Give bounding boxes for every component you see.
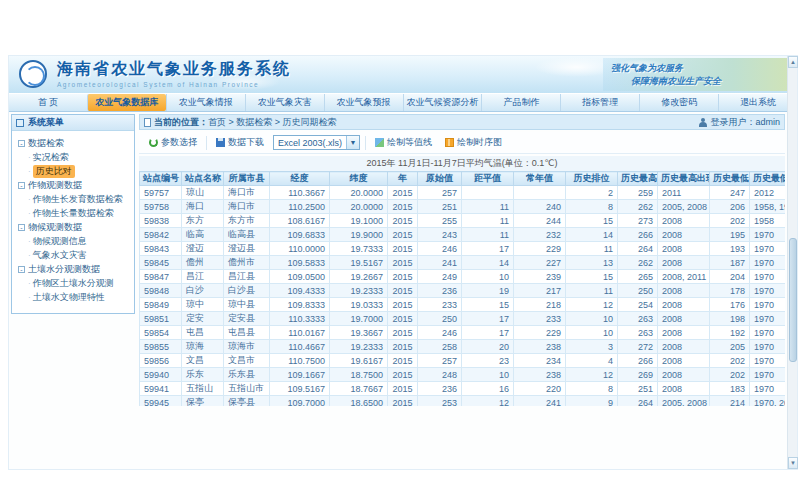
table-cell: 2008, 2011 bbox=[658, 270, 710, 284]
table-body: 59757琼山海口市110.366720.0000201525722592011… bbox=[140, 186, 786, 407]
table-row[interactable]: 59845儋州儋州市109.583319.5167201524114227132… bbox=[140, 256, 786, 270]
draw-timeseries-button[interactable]: 绘制时序图 bbox=[441, 134, 506, 151]
table-cell: 243 bbox=[418, 228, 462, 242]
breadcrumb: 当前的位置： 首页 > 数据检索 > 历史同期检索 登录用户：admin bbox=[139, 114, 785, 130]
table-cell: 110.7500 bbox=[270, 354, 330, 368]
tree-item-0-1[interactable]: ·历史比对 bbox=[28, 164, 132, 178]
table-cell: 2008 bbox=[658, 340, 710, 354]
table-cell: 109.5167 bbox=[270, 382, 330, 396]
sidebar-tree: -数据检索·实况检索·历史比对-作物观测数据·作物生长发育数据检索·作物生长量数… bbox=[12, 131, 134, 304]
scroll-down-icon[interactable]: ▼ bbox=[788, 457, 798, 469]
chevron-down-icon[interactable]: ▼ bbox=[346, 136, 359, 149]
table-cell: 1970 bbox=[750, 298, 786, 312]
table-row[interactable]: 59847昌江昌江县109.050019.2667201524910239152… bbox=[140, 270, 786, 284]
tree-group-3[interactable]: -土壤水分观测数据 bbox=[18, 262, 132, 276]
table-row[interactable]: 59757琼山海口市110.366720.0000201525722592011… bbox=[140, 186, 786, 200]
table-cell: 233 bbox=[514, 312, 566, 326]
draw-contour-label: 绘制等值线 bbox=[387, 136, 432, 149]
data-download-button[interactable]: 数据下载 bbox=[212, 134, 268, 151]
collapse-icon[interactable]: - bbox=[18, 140, 25, 147]
tree-group-0[interactable]: -数据检索 bbox=[18, 136, 132, 150]
tree-item-1-0[interactable]: ·作物生长发育数据检索 bbox=[28, 192, 132, 206]
table-row[interactable]: 59843澄迈澄迈县110.000019.7333201524617229112… bbox=[140, 242, 786, 256]
scroll-up-icon[interactable]: ▲ bbox=[788, 56, 798, 68]
app-logo-icon bbox=[19, 60, 47, 88]
table-cell: 187 bbox=[710, 256, 750, 270]
table-row[interactable]: 59855琼海琼海市110.466719.2333201525820238327… bbox=[140, 340, 786, 354]
table-cell: 昌江 bbox=[182, 270, 224, 284]
table-cell: 17 bbox=[462, 242, 514, 256]
nav-tab-4[interactable]: 农业气象预报 bbox=[324, 94, 403, 111]
table-cell: 264 bbox=[618, 242, 658, 256]
table-row[interactable]: 59941五指山五指山市109.516718.76672015236162208… bbox=[140, 382, 786, 396]
tree-item-1-1[interactable]: ·作物生长量数据检索 bbox=[28, 206, 132, 220]
table-row[interactable]: 59854屯昌屯昌县110.016719.3667201524617229102… bbox=[140, 326, 786, 340]
table-row[interactable]: 59838东方东方市108.616719.1000201525511244152… bbox=[140, 214, 786, 228]
tree-group-2[interactable]: -物候观测数据 bbox=[18, 220, 132, 234]
nav-tab-0[interactable]: 首 页 bbox=[9, 94, 87, 111]
nav-tab-3[interactable]: 农业气象灾害 bbox=[245, 94, 324, 111]
scrollbar-thumb[interactable] bbox=[789, 238, 797, 362]
nav-tab-6[interactable]: 产品制作 bbox=[481, 94, 560, 111]
table-cell: 250 bbox=[418, 312, 462, 326]
col-header-3: 经度 bbox=[270, 172, 330, 186]
table-cell: 250 bbox=[618, 284, 658, 298]
nav-tab-7[interactable]: 指标管理 bbox=[560, 94, 639, 111]
table-row[interactable]: 59849琼中琼中县109.833319.0333201523315218122… bbox=[140, 298, 786, 312]
breadcrumb-path[interactable]: 首页 > 数据检索 > 历史同期检索 bbox=[208, 116, 337, 129]
col-header-5: 年 bbox=[388, 172, 418, 186]
tree-item-3-0[interactable]: ·作物区土壤水分观测 bbox=[28, 276, 132, 290]
nav-tab-9[interactable]: 退出系统 bbox=[718, 94, 797, 111]
tree-group-1[interactable]: -作物观测数据 bbox=[18, 178, 132, 192]
table-cell: 15 bbox=[566, 214, 618, 228]
table-row[interactable]: 59856文昌文昌市110.750019.6167201525723234426… bbox=[140, 354, 786, 368]
tree-item-2-0[interactable]: ·物候观测信息 bbox=[28, 234, 132, 248]
table-cell: 乐东县 bbox=[224, 368, 270, 382]
param-select-button[interactable]: 参数选择 bbox=[145, 134, 201, 151]
table-cell: 1958, 1970 bbox=[750, 200, 786, 214]
export-format-select[interactable]: Excel 2003(.xls) ▼ bbox=[273, 135, 360, 150]
table-cell: 2005, 2008 bbox=[658, 200, 710, 214]
table-cell: 9 bbox=[566, 396, 618, 407]
table-cell: 五指山 bbox=[182, 382, 224, 396]
table-row[interactable]: 59758海口海口市110.250020.0000201525111240826… bbox=[140, 200, 786, 214]
tree-dash: · bbox=[28, 153, 31, 162]
banner-art: 强化气象为农服务 保障海南农业生产安全 bbox=[603, 58, 788, 91]
table-cell: 265 bbox=[618, 270, 658, 284]
table-cell: 2015 bbox=[388, 382, 418, 396]
table-cell: 195 bbox=[710, 228, 750, 242]
draw-contour-button[interactable]: 绘制等值线 bbox=[371, 134, 436, 151]
table-cell: 2008 bbox=[658, 354, 710, 368]
table-cell: 10 bbox=[462, 270, 514, 284]
table-cell: 253 bbox=[418, 396, 462, 407]
table-row[interactable]: 59940乐东乐东县109.166718.7500201524810238122… bbox=[140, 368, 786, 382]
table-cell: 18.7500 bbox=[330, 368, 388, 382]
table-row[interactable]: 59842临高临高县109.683319.9000201524311232142… bbox=[140, 228, 786, 242]
nav-tab-8[interactable]: 修改密码 bbox=[639, 94, 718, 111]
table-row[interactable]: 59851定安定安县110.333319.7000201525017233102… bbox=[140, 312, 786, 326]
table-cell: 234 bbox=[514, 354, 566, 368]
collapse-icon[interactable]: - bbox=[18, 224, 25, 231]
save-icon bbox=[216, 138, 225, 147]
table-cell: 1970 bbox=[750, 270, 786, 284]
table-cell: 15 bbox=[566, 270, 618, 284]
table-cell: 1970 bbox=[750, 326, 786, 340]
table-cell: 海口市 bbox=[224, 200, 270, 214]
table-cell: 248 bbox=[418, 368, 462, 382]
table-cell: 4 bbox=[566, 354, 618, 368]
nav-tab-5[interactable]: 农业气候资源分析 bbox=[403, 94, 482, 111]
table-cell: 2008 bbox=[658, 228, 710, 242]
tree-item-3-1[interactable]: ·土壤水文物理特性 bbox=[28, 290, 132, 304]
table-row[interactable]: 59848白沙白沙县109.433319.2333201523619217112… bbox=[140, 284, 786, 298]
banner-slogan-1: 强化气象为农服务 bbox=[611, 62, 683, 75]
collapse-icon[interactable]: - bbox=[18, 182, 25, 189]
collapse-icon[interactable]: - bbox=[18, 266, 25, 273]
table-cell: 19.6167 bbox=[330, 354, 388, 368]
tree-item-0-0[interactable]: ·实况检索 bbox=[28, 150, 132, 164]
nav-tab-2[interactable]: 农业气象情报 bbox=[166, 94, 245, 111]
table-row[interactable]: 59945保亭保亭县109.700018.6500201525312241926… bbox=[140, 396, 786, 407]
tree-item-2-1[interactable]: ·气象水文灾害 bbox=[28, 248, 132, 262]
nav-tab-1[interactable]: 农业气象数据库 bbox=[87, 94, 166, 111]
vertical-scrollbar[interactable]: ▲ ▼ bbox=[787, 56, 797, 469]
col-header-12: 历史最低 bbox=[710, 172, 750, 186]
